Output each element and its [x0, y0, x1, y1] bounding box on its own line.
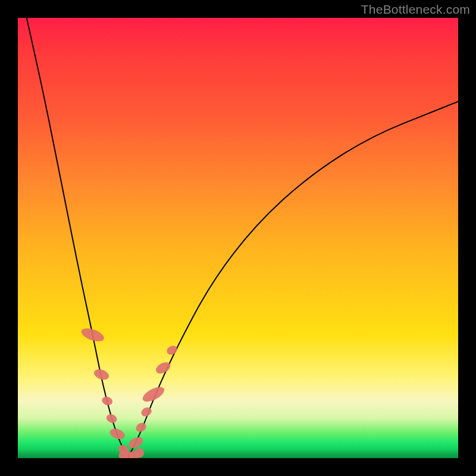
bead [108, 427, 126, 441]
bead [165, 344, 178, 356]
curve-right-arm [128, 102, 458, 458]
bead [105, 413, 118, 424]
curve-left-arm [27, 18, 128, 458]
bead [134, 448, 144, 458]
bead [140, 384, 167, 405]
bead [101, 395, 114, 406]
bottleneck-curve [18, 18, 458, 458]
bead [80, 326, 106, 345]
bead [140, 406, 153, 418]
bead [127, 435, 145, 450]
plot-area [18, 18, 458, 458]
chart-frame: TheBottleneck.com [0, 0, 476, 476]
watermark-text: TheBottleneck.com [361, 2, 470, 17]
bead [134, 421, 148, 434]
